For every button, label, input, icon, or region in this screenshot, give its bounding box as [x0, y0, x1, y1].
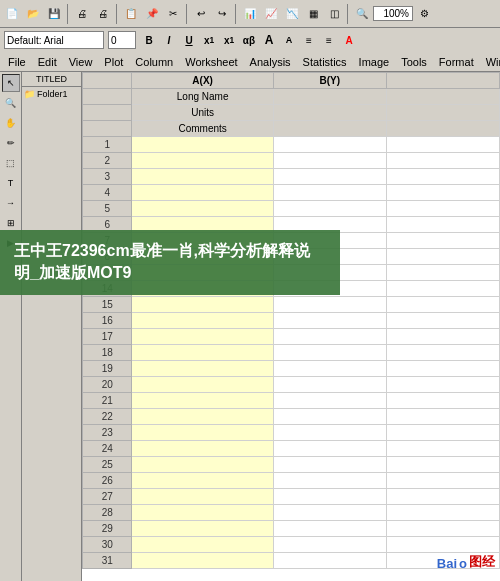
cell-b-20[interactable]: [273, 377, 386, 393]
cell-b-28[interactable]: [273, 505, 386, 521]
cell-c-30[interactable]: [386, 537, 499, 553]
print-icon[interactable]: 🖨: [72, 4, 92, 24]
cursor-tool[interactable]: ↖: [2, 74, 20, 92]
menu-statistics[interactable]: Statistics: [297, 54, 353, 70]
cell-a-16[interactable]: [132, 313, 273, 329]
menu-plot[interactable]: Plot: [98, 54, 129, 70]
folder-item[interactable]: 📁 Folder1: [22, 87, 81, 101]
cell-b-15[interactable]: [273, 297, 386, 313]
graph5-icon[interactable]: ◫: [324, 4, 344, 24]
cell-b-3[interactable]: [273, 169, 386, 185]
cell-c-27[interactable]: [386, 489, 499, 505]
align-right-button[interactable]: ≡: [320, 31, 338, 49]
cell-c-4[interactable]: [386, 185, 499, 201]
menu-view[interactable]: View: [63, 54, 99, 70]
cell-a-23[interactable]: [132, 425, 273, 441]
cell-a-20[interactable]: [132, 377, 273, 393]
longname-a-cell[interactable]: Long Name: [132, 89, 273, 105]
graph4-icon[interactable]: ▦: [303, 4, 323, 24]
graph1-icon[interactable]: 📊: [240, 4, 260, 24]
cell-c-15[interactable]: [386, 297, 499, 313]
cell-a-25[interactable]: [132, 457, 273, 473]
cell-c-25[interactable]: [386, 457, 499, 473]
fontA2-button[interactable]: A: [280, 31, 298, 49]
bold-button[interactable]: B: [140, 31, 158, 49]
units-c-cell[interactable]: [386, 105, 499, 121]
font-name-select[interactable]: [4, 31, 104, 49]
longname-c-cell[interactable]: [386, 89, 499, 105]
cell-a-18[interactable]: [132, 345, 273, 361]
cell-c-26[interactable]: [386, 473, 499, 489]
cell-c-1[interactable]: [386, 137, 499, 153]
comments-a-cell[interactable]: Comments: [132, 121, 273, 137]
cell-a-1[interactable]: [132, 137, 273, 153]
underline-button[interactable]: U: [180, 31, 198, 49]
cell-c-8[interactable]: [386, 249, 499, 265]
units-a-cell[interactable]: Units: [132, 105, 273, 121]
cell-a-29[interactable]: [132, 521, 273, 537]
col-a-header[interactable]: A(X): [132, 73, 273, 89]
cell-c-29[interactable]: [386, 521, 499, 537]
settings-icon[interactable]: ⚙: [414, 4, 434, 24]
cell-b-27[interactable]: [273, 489, 386, 505]
cell-c-22[interactable]: [386, 409, 499, 425]
cell-c-16[interactable]: [386, 313, 499, 329]
comments-b-cell[interactable]: [273, 121, 386, 137]
cell-b-16[interactable]: [273, 313, 386, 329]
cell-a-30[interactable]: [132, 537, 273, 553]
save-icon[interactable]: 💾: [44, 4, 64, 24]
cell-b-17[interactable]: [273, 329, 386, 345]
copy-icon[interactable]: 📋: [121, 4, 141, 24]
menu-tools[interactable]: Tools: [395, 54, 433, 70]
menu-format[interactable]: Format: [433, 54, 480, 70]
units-b-cell[interactable]: [273, 105, 386, 121]
cell-a-2[interactable]: [132, 153, 273, 169]
zoom-tool[interactable]: 🔍: [2, 94, 20, 112]
cell-c-3[interactable]: [386, 169, 499, 185]
menu-worksheet[interactable]: Worksheet: [179, 54, 243, 70]
cell-b-19[interactable]: [273, 361, 386, 377]
grid-scroll[interactable]: A(X) B(Y) Long Name: [82, 72, 500, 581]
cell-c-28[interactable]: [386, 505, 499, 521]
cell-c-17[interactable]: [386, 329, 499, 345]
col-c-header[interactable]: [386, 73, 499, 89]
cell-b-31[interactable]: [273, 553, 386, 569]
undo-icon[interactable]: ↩: [191, 4, 211, 24]
cell-a-31[interactable]: [132, 553, 273, 569]
cell-c-21[interactable]: [386, 393, 499, 409]
menu-analysis[interactable]: Analysis: [244, 54, 297, 70]
open-icon[interactable]: 📂: [23, 4, 43, 24]
cut-icon[interactable]: ✂: [163, 4, 183, 24]
alpha-button[interactable]: αβ: [240, 31, 258, 49]
arrow-tool[interactable]: →: [2, 194, 20, 212]
cell-a-3[interactable]: [132, 169, 273, 185]
paste-icon[interactable]: 📌: [142, 4, 162, 24]
cell-c-23[interactable]: [386, 425, 499, 441]
cell-b-30[interactable]: [273, 537, 386, 553]
cell-a-27[interactable]: [132, 489, 273, 505]
cell-b-21[interactable]: [273, 393, 386, 409]
select-tool[interactable]: ⬚: [2, 154, 20, 172]
cell-c-6[interactable]: [386, 217, 499, 233]
italic-button[interactable]: I: [160, 31, 178, 49]
cell-a-21[interactable]: [132, 393, 273, 409]
zoom-icon[interactable]: 🔍: [352, 4, 372, 24]
cell-a-15[interactable]: [132, 297, 273, 313]
cell-b-1[interactable]: [273, 137, 386, 153]
text-tool[interactable]: T: [2, 174, 20, 192]
pan-tool[interactable]: ✋: [2, 114, 20, 132]
superscript-button[interactable]: x1: [220, 31, 238, 49]
longname-b-cell[interactable]: [273, 89, 386, 105]
menu-edit[interactable]: Edit: [32, 54, 63, 70]
graph2-icon[interactable]: 📈: [261, 4, 281, 24]
menu-image[interactable]: Image: [353, 54, 396, 70]
cell-a-19[interactable]: [132, 361, 273, 377]
cell-c-14[interactable]: [386, 281, 499, 297]
col-b-header[interactable]: B(Y): [273, 73, 386, 89]
cell-b-26[interactable]: [273, 473, 386, 489]
cell-b-25[interactable]: [273, 457, 386, 473]
cell-b-18[interactable]: [273, 345, 386, 361]
redo-icon[interactable]: ↪: [212, 4, 232, 24]
cell-b-23[interactable]: [273, 425, 386, 441]
cell-c-7[interactable]: [386, 233, 499, 249]
